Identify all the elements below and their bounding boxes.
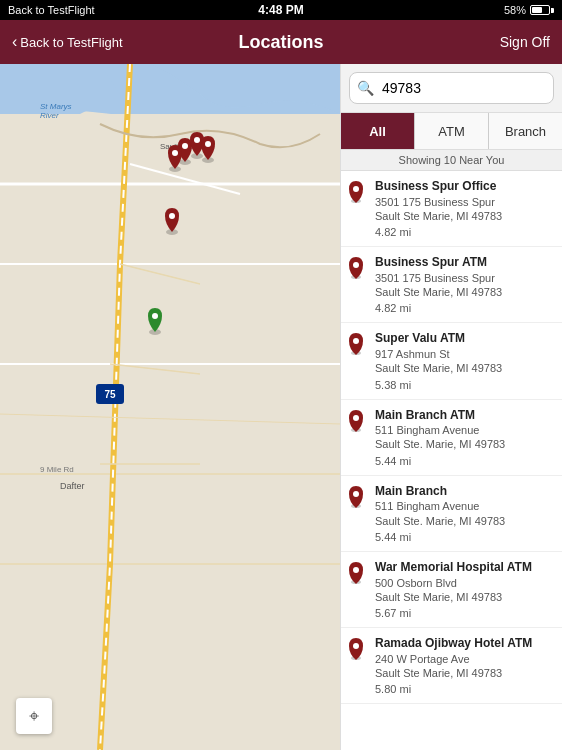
- filter-all-button[interactable]: All: [341, 113, 415, 149]
- svg-point-42: [353, 567, 359, 573]
- location-name: Main Branch ATM: [375, 408, 556, 424]
- svg-point-22: [194, 137, 200, 143]
- location-info: Main Branch ATM 511 Bingham AvenueSault …: [375, 408, 556, 467]
- location-name: Business Spur ATM: [375, 255, 556, 271]
- location-name: Main Branch: [375, 484, 556, 500]
- location-info: Business Spur Office 3501 175 Business S…: [375, 179, 556, 238]
- status-time: 4:48 PM: [258, 3, 303, 17]
- svg-point-28: [169, 213, 175, 219]
- svg-point-36: [353, 338, 359, 344]
- location-distance: 5.80 mi: [375, 683, 556, 695]
- svg-point-32: [353, 186, 359, 192]
- list-item[interactable]: Business Spur Office 3501 175 Business S…: [341, 171, 562, 247]
- map-pin-icon: [347, 410, 369, 436]
- location-distance: 5.38 mi: [375, 379, 556, 391]
- location-address: 3501 175 Business SpurSault Ste Marie, M…: [375, 271, 556, 300]
- svg-point-38: [353, 415, 359, 421]
- location-name: Business Spur Office: [375, 179, 556, 195]
- map-pin-icon: [347, 181, 369, 207]
- location-distance: 4.82 mi: [375, 302, 556, 314]
- location-address: 500 Osborn BlvdSault Ste Marie, MI 49783: [375, 576, 556, 605]
- location-info: Super Valu ATM 917 Ashmun StSault Ste Ma…: [375, 331, 556, 390]
- search-icon: 🔍: [357, 80, 374, 96]
- filter-atm-button[interactable]: ATM: [415, 113, 489, 149]
- svg-point-24: [205, 141, 211, 147]
- main-content: 75 St Marys River Sault Ste Marie Dafter…: [0, 64, 562, 750]
- filter-bar: All ATM Branch: [341, 113, 562, 150]
- svg-point-44: [353, 643, 359, 649]
- location-name: War Memorial Hospital ATM: [375, 560, 556, 576]
- location-distance: 5.44 mi: [375, 455, 556, 467]
- location-address: 511 Bingham AvenueSault Ste. Marie, MI 4…: [375, 423, 556, 452]
- map-pin-icon: [347, 486, 369, 512]
- list-item[interactable]: Ramada Ojibway Hotel ATM 240 W Portage A…: [341, 628, 562, 704]
- svg-point-20: [182, 143, 188, 149]
- location-distance: 4.82 mi: [375, 226, 556, 238]
- location-name: Super Valu ATM: [375, 331, 556, 347]
- map-pin-icon: [347, 638, 369, 664]
- filter-branch-button[interactable]: Branch: [489, 113, 562, 149]
- nav-bar: ‹ Back to TestFlight Locations Sign Off: [0, 20, 562, 64]
- back-button[interactable]: ‹ Back to TestFlight: [12, 33, 123, 51]
- back-arrow-icon: ‹: [12, 33, 17, 51]
- page-title: Locations: [238, 32, 323, 53]
- list-item[interactable]: War Memorial Hospital ATM 500 Osborn Blv…: [341, 552, 562, 628]
- list-item[interactable]: Super Valu ATM 917 Ashmun StSault Ste Ma…: [341, 323, 562, 399]
- location-info: Ramada Ojibway Hotel ATM 240 W Portage A…: [375, 636, 556, 695]
- search-bar: 🔍: [341, 64, 562, 113]
- location-address: 240 W Portage AveSault Ste Marie, MI 497…: [375, 652, 556, 681]
- back-label: Back to TestFlight: [20, 35, 122, 50]
- map-section[interactable]: 75 St Marys River Sault Ste Marie Dafter…: [0, 64, 340, 750]
- svg-point-40: [353, 491, 359, 497]
- svg-text:9 Mile Rd: 9 Mile Rd: [40, 465, 74, 474]
- map-pin-icon: [347, 333, 369, 359]
- location-distance: 5.67 mi: [375, 607, 556, 619]
- list-item[interactable]: Business Spur ATM 3501 175 Business Spur…: [341, 247, 562, 323]
- location-address: 3501 175 Business SpurSault Ste Marie, M…: [375, 195, 556, 224]
- status-bar: Back to TestFlight 4:48 PM 58%: [0, 0, 562, 20]
- location-address: 511 Bingham AvenueSault Ste. Marie, MI 4…: [375, 499, 556, 528]
- location-info: Main Branch 511 Bingham AvenueSault Ste.…: [375, 484, 556, 543]
- search-input[interactable]: [349, 72, 554, 104]
- location-info: War Memorial Hospital ATM 500 Osborn Blv…: [375, 560, 556, 619]
- svg-text:St Marys: St Marys: [40, 102, 72, 111]
- compass-icon: ⌖: [29, 706, 39, 727]
- location-name: Ramada Ojibway Hotel ATM: [375, 636, 556, 652]
- list-item[interactable]: Main Branch 511 Bingham AvenueSault Ste.…: [341, 476, 562, 552]
- svg-text:Dafter: Dafter: [60, 481, 85, 491]
- list-section: 🔍 All ATM Branch Showing 10 Near You Bus…: [340, 64, 562, 750]
- signal-percent: 58%: [504, 4, 526, 16]
- map-canvas: 75 St Marys River Sault Ste Marie Dafter…: [0, 64, 340, 750]
- location-distance: 5.44 mi: [375, 531, 556, 543]
- showing-label: Showing 10 Near You: [341, 150, 562, 171]
- svg-text:River: River: [40, 111, 59, 120]
- list-item[interactable]: Main Branch ATM 511 Bingham AvenueSault …: [341, 400, 562, 476]
- sign-on-button[interactable]: Sign Off: [500, 34, 550, 50]
- map-pin-icon: [347, 257, 369, 283]
- location-address: 917 Ashmun StSault Ste Marie, MI 49783: [375, 347, 556, 376]
- svg-point-26: [172, 150, 178, 156]
- map-pin-icon: [347, 562, 369, 588]
- compass-button[interactable]: ⌖: [16, 698, 52, 734]
- svg-text:75: 75: [104, 389, 116, 400]
- svg-point-30: [152, 313, 158, 319]
- location-list[interactable]: Business Spur Office 3501 175 Business S…: [341, 171, 562, 750]
- svg-point-34: [353, 262, 359, 268]
- battery-icon: [530, 5, 554, 15]
- back-to-testflight[interactable]: Back to TestFlight: [8, 4, 95, 16]
- location-info: Business Spur ATM 3501 175 Business Spur…: [375, 255, 556, 314]
